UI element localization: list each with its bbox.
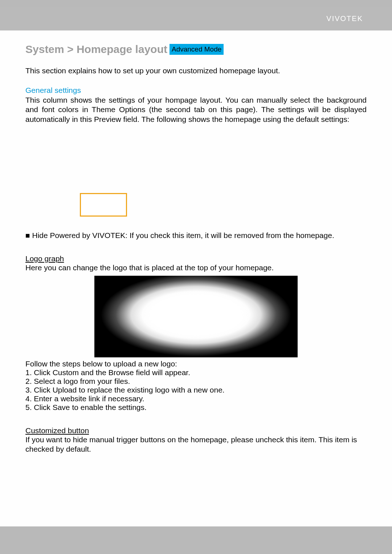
mode-badge: Advanced Mode [170,44,224,55]
customized-button-desc: If you want to hide manual trigger butto… [25,435,367,454]
step-2: 2. Select a logo from your files. [25,377,367,386]
step-4: 4. Enter a website link if necessary. [25,394,367,403]
top-banner: VIVOTEK [0,7,392,32]
logo-steps: Follow the steps below to upload a new l… [25,360,367,412]
preview-highlight-box [80,193,127,217]
page-title-row: System > Homepage layout Advanced Mode [25,43,367,56]
general-settings-section: General settings This column shows the s… [25,86,367,124]
logo-screenshot-placeholder [94,276,298,357]
preview-placeholder-wrap [25,193,367,217]
breadcrumb-title: System > Homepage layout [25,43,167,56]
step-1: 1. Click Custom and the Browse field wil… [25,368,367,377]
logo-graph-desc: Here you can change the logo that is pla… [25,263,367,272]
customized-button-section: Customized button If you want to hide ma… [25,426,367,454]
steps-intro: Follow the steps below to upload a new l… [25,360,367,368]
hide-powered-note: ■ Hide Powered by VIVOTEK: If you check … [25,231,367,240]
general-settings-desc: This column shows the settings of your h… [25,95,367,124]
general-settings-heading: General settings [25,86,367,95]
logo-graph-section: Logo graph Here you can change the logo … [25,254,367,412]
brand-label: VIVOTEK [326,15,363,23]
step-5: 5. Click Save to enable the settings. [25,403,367,412]
logo-graph-heading: Logo graph [25,254,367,263]
customized-button-heading: Customized button [25,426,367,435]
step-3: 3. Click Upload to replace the existing … [25,386,367,394]
intro-text: This section explains how to set up your… [25,66,367,75]
document-page: VIVOTEK System > Homepage layout Advance… [0,7,392,526]
content-area: System > Homepage layout Advanced Mode T… [0,32,392,454]
